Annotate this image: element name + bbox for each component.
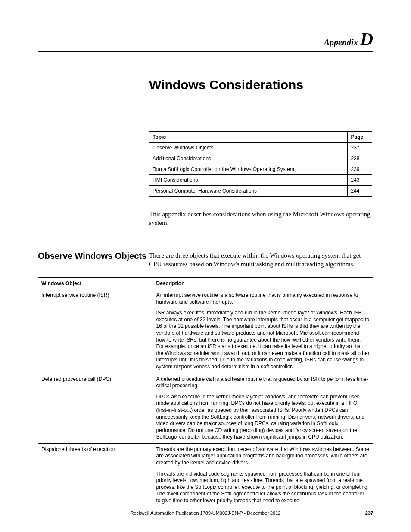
objects-table: Windows Object Description Interrupt ser… <box>38 277 373 507</box>
object-description: An interrupt service routine is a softwa… <box>153 289 373 373</box>
table-row: Interrupt service routine (ISR) An inter… <box>38 289 373 373</box>
appendix-header: Appendix D <box>38 30 373 52</box>
toc-row: Observe Windows Objects 237 <box>149 143 372 153</box>
appendix-word: Appendix <box>324 37 358 47</box>
toc-page: 238 <box>347 153 372 164</box>
desc-para: Threads are the primary execution pieces… <box>156 446 370 467</box>
footer-publication: Rockwell Automation Publication 1789-UM0… <box>131 510 281 516</box>
toc-col-topic: Topic <box>149 131 347 143</box>
section-row: Observe Windows Objects There are three … <box>38 251 373 269</box>
desc-para: A deferred procedure call is a software … <box>156 376 370 389</box>
toc-row: Additional Considerations 238 <box>149 153 372 164</box>
toc-page: 239 <box>347 164 372 175</box>
footer-page-number: 237 <box>365 510 373 516</box>
objects-col-desc: Description <box>153 277 373 289</box>
toc-page: 237 <box>347 143 372 153</box>
toc-topic: Additional Considerations <box>149 153 347 164</box>
toc-topic: Observe Windows Objects <box>149 143 347 153</box>
toc-col-page: Page <box>347 131 372 143</box>
chapter-title: Windows Considerations <box>149 78 373 92</box>
toc-page: 244 <box>347 186 372 197</box>
toc-page: 243 <box>347 175 372 186</box>
section-heading: Observe Windows Objects <box>38 251 149 261</box>
object-name: Dispatched threads of execution <box>38 443 153 507</box>
document-page: Appendix D Windows Considerations Topic … <box>0 0 411 532</box>
toc-row: Personal Computer Hardware Consideration… <box>149 186 372 197</box>
table-row: Dispatched threads of execution Threads … <box>38 443 373 507</box>
desc-para: DPCs also execute in the kernel-mode lay… <box>156 394 370 441</box>
toc-topic: Run a SoftLogix Controller on the Window… <box>149 164 347 175</box>
objects-col-name: Windows Object <box>38 277 153 289</box>
section-paragraph: There are three objects that execute wit… <box>149 251 373 269</box>
object-description: A deferred procedure call is a software … <box>153 373 373 443</box>
intro-paragraph: This appendix describes considerations w… <box>149 210 373 227</box>
toc-table: Topic Page Observe Windows Objects 237 A… <box>149 131 372 197</box>
toc-topic: Personal Computer Hardware Consideration… <box>149 186 347 197</box>
object-description: Threads are the primary execution pieces… <box>153 443 373 507</box>
toc-row: Run a SoftLogix Controller on the Window… <box>149 164 372 175</box>
desc-para: An interrupt service routine is a softwa… <box>156 292 370 305</box>
object-name: Interrupt service routine (ISR) <box>38 289 153 373</box>
toc-topic: HMI Considerations <box>149 175 347 186</box>
desc-para: ISR always executes immediately and run … <box>156 310 370 370</box>
toc-row: HMI Considerations 243 <box>149 175 372 186</box>
table-row: Deferred procedure call (DPC) A deferred… <box>38 373 373 443</box>
page-footer: Rockwell Automation Publication 1789-UM0… <box>38 510 373 516</box>
desc-para: Threads are individual code segments spa… <box>156 471 370 504</box>
object-name: Deferred procedure call (DPC) <box>38 373 153 443</box>
appendix-letter: D <box>360 29 373 49</box>
